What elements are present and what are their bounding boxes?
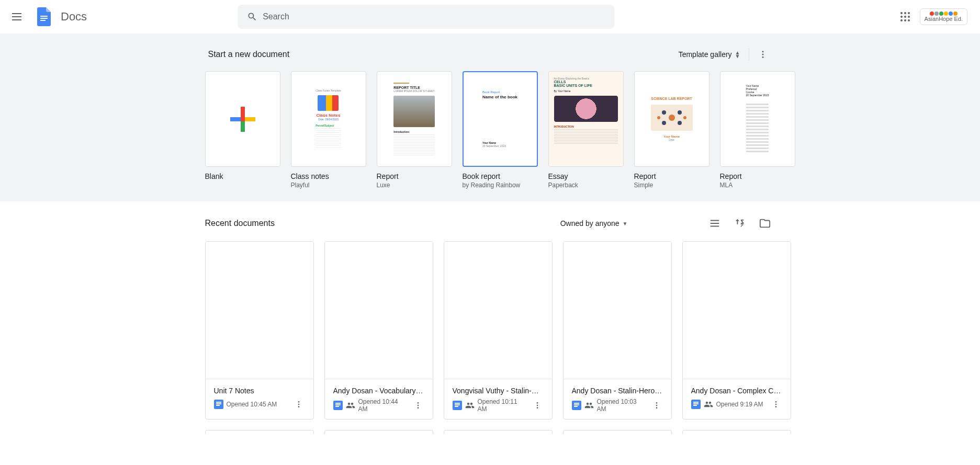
svg-point-17 xyxy=(683,116,686,119)
svg-rect-8 xyxy=(230,117,241,121)
template-name: Essay xyxy=(548,172,624,180)
svg-point-25 xyxy=(536,405,538,406)
templates-more-button[interactable] xyxy=(753,45,772,64)
search-wrap xyxy=(91,5,890,29)
doc-card-partial[interactable] xyxy=(205,430,314,434)
svg-point-12 xyxy=(662,110,666,115)
header-right: AsianHope Ed. xyxy=(895,6,976,27)
svg-point-11 xyxy=(669,115,675,121)
doc-card-partial[interactable] xyxy=(324,430,433,434)
template-report-luxe[interactable]: REPORT TITLELOREM IPSUM DOLOR SIT AMETIn… xyxy=(377,71,452,189)
template-name: Report xyxy=(720,172,795,180)
account-button[interactable]: AsianHope Ed. xyxy=(920,8,967,25)
search-input[interactable] xyxy=(263,12,610,21)
owned-by-filter[interactable]: Owned by anyone ▼ xyxy=(555,216,633,231)
doc-info: Vongvisal Vuthy - Stalin-H…Opened 10:11 … xyxy=(444,379,552,419)
template-name: Book report xyxy=(463,172,538,180)
doc-more-button[interactable] xyxy=(531,399,544,412)
owned-by-label: Owned by anyone xyxy=(560,219,619,228)
docs-logo[interactable] xyxy=(33,6,54,27)
svg-point-27 xyxy=(656,402,657,404)
template-blank[interactable]: Blank xyxy=(205,71,280,189)
doc-card-partial[interactable] xyxy=(563,430,672,434)
shared-icon xyxy=(704,400,713,409)
dropdown-arrow-icon: ▼ xyxy=(623,221,628,226)
doc-title: Unit 7 Notes xyxy=(214,387,305,395)
open-file-picker-button[interactable] xyxy=(754,213,775,234)
svg-point-4 xyxy=(762,54,763,55)
template-sub: Playful xyxy=(291,182,366,189)
svg-rect-2 xyxy=(40,20,46,21)
doc-more-button[interactable] xyxy=(650,399,663,412)
doc-info: Unit 7 NotesOpened 10:45 AM xyxy=(206,379,313,417)
doc-more-button[interactable] xyxy=(770,398,782,411)
template-sub: MLA xyxy=(720,182,795,189)
doc-title: Andy Dosan - Complex C… xyxy=(691,387,782,395)
apps-grid-icon xyxy=(900,12,910,21)
templates-actions: Template gallery ▲▼ xyxy=(674,45,772,64)
doc-meta: Opened 9:19 AM xyxy=(691,398,782,411)
svg-point-24 xyxy=(536,402,538,404)
doc-time: Opened 10:03 AM xyxy=(597,398,647,413)
doc-more-button[interactable] xyxy=(292,398,305,411)
recent-grid: Unit 7 NotesOpened 10:45 AMAndy Dosan - … xyxy=(205,241,775,419)
svg-rect-7 xyxy=(241,121,245,132)
search-box[interactable] xyxy=(238,5,614,29)
svg-point-28 xyxy=(656,405,657,406)
more-vert-icon xyxy=(533,401,542,410)
doc-card[interactable]: Unit 7 NotesOpened 10:45 AM xyxy=(205,241,314,419)
doc-card[interactable]: Vongvisal Vuthy - Stalin-H…Opened 10:11 … xyxy=(444,241,553,419)
doc-card[interactable]: Andy Dosan - Stalin-Hero …Opened 10:03 A… xyxy=(563,241,672,419)
shared-icon xyxy=(465,401,475,410)
plus-icon xyxy=(230,107,255,132)
doc-info: Andy Dosan - Vocabulary …Opened 10:44 AM xyxy=(325,379,433,419)
svg-point-26 xyxy=(536,407,538,409)
app-name: Docs xyxy=(61,10,87,24)
google-apps-button[interactable] xyxy=(895,6,916,27)
svg-rect-10 xyxy=(241,117,245,121)
template-book-report[interactable]: Book ReportName of the bookYour Name20 S… xyxy=(463,71,538,189)
svg-point-23 xyxy=(417,407,419,409)
template-report-simple[interactable]: SCIENCE LAB REPORTYour NameDate Report S… xyxy=(634,71,709,189)
svg-point-30 xyxy=(775,401,776,403)
doc-title: Vongvisal Vuthy - Stalin-H… xyxy=(453,387,544,395)
doc-card-partial[interactable] xyxy=(444,430,553,434)
template-class-notes[interactable]: Class Notes TemplateClass NotesDate: 09/… xyxy=(291,71,366,189)
doc-preview xyxy=(564,242,671,379)
doc-card[interactable]: Andy Dosan - Vocabulary …Opened 10:44 AM xyxy=(324,241,433,419)
folder-icon xyxy=(759,218,771,229)
main-menu-button[interactable] xyxy=(4,4,29,29)
svg-point-29 xyxy=(656,407,657,409)
sort-button[interactable] xyxy=(729,213,750,234)
svg-point-19 xyxy=(298,404,299,405)
svg-point-14 xyxy=(662,121,666,125)
sort-az-icon xyxy=(734,218,746,229)
more-vert-icon xyxy=(758,50,768,59)
docs-file-icon xyxy=(214,400,223,409)
template-name: Blank xyxy=(205,172,280,180)
template-name: Class notes xyxy=(291,172,366,180)
doc-card[interactable]: Andy Dosan - Complex C…Opened 9:19 AM xyxy=(682,241,791,419)
svg-rect-0 xyxy=(40,16,48,17)
list-view-icon xyxy=(709,218,720,229)
doc-time: Opened 10:44 AM xyxy=(358,398,409,413)
doc-preview xyxy=(683,242,791,379)
template-report-mla[interactable]: Your NameProfessorCourse20 September 202… xyxy=(720,71,795,189)
hamburger-icon xyxy=(12,13,21,20)
svg-point-13 xyxy=(678,110,682,115)
shared-icon xyxy=(346,401,355,410)
docs-file-icon xyxy=(691,400,701,409)
svg-point-20 xyxy=(298,406,299,407)
template-sub: Luxe xyxy=(377,182,452,189)
doc-card-partial[interactable] xyxy=(682,430,791,434)
docs-file-icon xyxy=(333,401,343,410)
template-essay[interactable]: An Essay Exploring the BasicsCELLSBASIC … xyxy=(548,71,624,189)
svg-point-5 xyxy=(762,56,763,58)
doc-more-button[interactable] xyxy=(412,399,424,412)
list-view-button[interactable] xyxy=(704,213,725,234)
template-name: Report xyxy=(634,172,709,180)
shared-icon xyxy=(584,401,594,410)
template-gallery-button[interactable]: Template gallery ▲▼ xyxy=(674,47,745,62)
svg-point-3 xyxy=(762,51,763,52)
template-gallery-label: Template gallery xyxy=(679,50,732,59)
